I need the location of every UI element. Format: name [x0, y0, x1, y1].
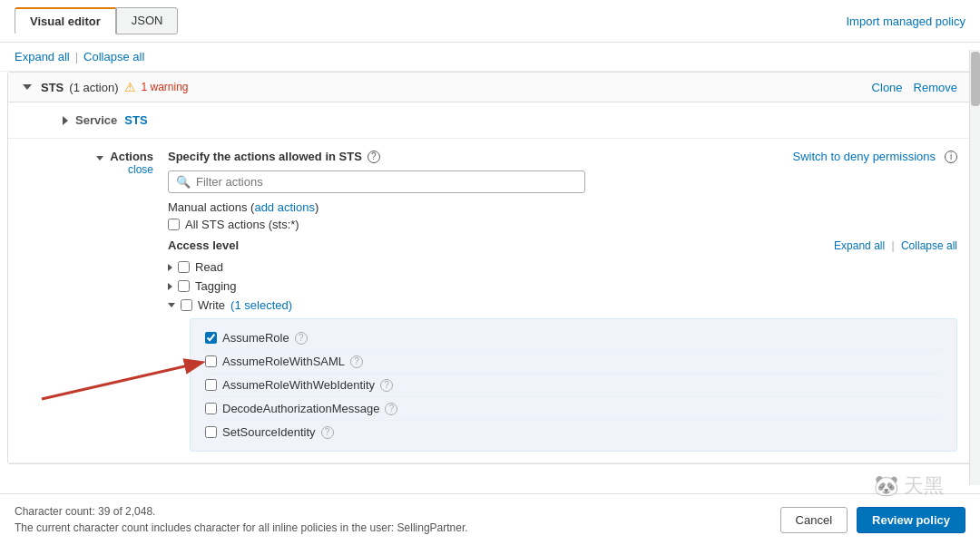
- write-children-container: AssumeRole ? AssumeRoleWithSAML ? Assume…: [190, 318, 957, 452]
- service-label: Service: [75, 113, 117, 127]
- page-wrapper: Visual editor JSON Import managed policy…: [0, 0, 980, 545]
- import-managed-policy-link[interactable]: Import managed policy: [846, 15, 965, 28]
- char-note: The current character count includes cha…: [15, 520, 468, 536]
- list-item: DecodeAuthorizationMessage ?: [205, 397, 942, 421]
- all-sts-label: All STS actions (sts:*): [185, 218, 299, 231]
- footer-text: Character count: 39 of 2,048. The curren…: [15, 503, 468, 536]
- tagging-checkbox[interactable]: [178, 280, 190, 292]
- collapse-all-access-link[interactable]: Collapse all: [901, 239, 957, 252]
- tagging-expand-icon[interactable]: [168, 283, 172, 290]
- warning-badge: 1 warning: [142, 81, 189, 93]
- service-expand-icon[interactable]: [63, 116, 68, 125]
- actions-title: Specify the actions allowed in STS ? Swi…: [168, 150, 957, 163]
- access-level-expand-collapse: Expand all | Collapse all: [834, 239, 957, 252]
- write-checkbox[interactable]: [181, 299, 192, 311]
- assumerolewithsaml-help-icon[interactable]: ?: [350, 355, 363, 368]
- write-label: Write: [198, 298, 225, 312]
- actions-content: Specify the actions allowed in STS ? Swi…: [168, 150, 957, 452]
- tabs: Visual editor JSON: [15, 7, 178, 34]
- assumerolewithwebidentity-label: AssumeRoleWithWebIdentity: [222, 378, 375, 392]
- global-expand-collapse-bar: Expand all | Collapse all: [0, 43, 980, 72]
- statement-header-right: Clone Remove: [872, 81, 957, 94]
- scrollbar[interactable]: [969, 50, 980, 485]
- statement-collapse-icon[interactable]: [23, 84, 32, 90]
- actions-title-text: Specify the actions allowed in STS: [168, 150, 362, 163]
- char-count: Character count: 39 of 2,048.: [15, 503, 468, 520]
- assumerolewithwebidentity-checkbox[interactable]: [205, 379, 217, 391]
- statement-header-left: STS (1 action) ⚠ 1 warning: [23, 80, 189, 94]
- list-item: AssumeRoleWithSAML ?: [205, 350, 942, 374]
- assumerolewithsaml-label: AssumeRoleWithSAML: [222, 355, 345, 368]
- top-bar: Visual editor JSON Import managed policy: [0, 0, 980, 43]
- list-item: AssumeRole ?: [205, 326, 942, 350]
- separator: |: [75, 50, 78, 63]
- actions-close-link[interactable]: close: [128, 163, 153, 176]
- review-policy-button[interactable]: Review policy: [857, 507, 965, 533]
- service-row: Service STS: [8, 102, 972, 139]
- actions-label: Actions: [96, 150, 153, 163]
- all-sts-row: All STS actions (sts:*): [168, 218, 957, 231]
- setsourceidentity-checkbox[interactable]: [205, 426, 217, 438]
- access-item-read: Read: [168, 258, 957, 277]
- scrollbar-thumb[interactable]: [971, 52, 980, 106]
- decodeauthorizationmessage-label: DecodeAuthorizationMessage: [222, 402, 379, 415]
- statement-title: STS: [41, 81, 64, 94]
- expand-all-access-link[interactable]: Expand all: [834, 239, 885, 252]
- decodeauthorizationmessage-help-icon[interactable]: ?: [385, 403, 397, 415]
- footer-bar: Character count: 39 of 2,048. The curren…: [0, 493, 980, 545]
- statement-action-count: (1 action): [69, 81, 118, 94]
- assumerolewithwebidentity-help-icon[interactable]: ?: [380, 379, 393, 392]
- remove-link[interactable]: Remove: [914, 81, 957, 94]
- main-content: STS (1 action) ⚠ 1 warning Clone Remove …: [7, 72, 973, 464]
- switch-to-deny-link[interactable]: Switch to deny permissions: [792, 150, 936, 163]
- setsourceidentity-help-icon[interactable]: ?: [321, 426, 334, 439]
- actions-label-col: Actions close: [63, 150, 153, 176]
- warning-triangle-icon: ⚠: [124, 80, 136, 94]
- access-item-tagging: Tagging: [168, 277, 957, 296]
- setsourceidentity-label: SetSourceIdentity: [222, 425, 316, 439]
- collapse-all-global-link[interactable]: Collapse all: [83, 50, 144, 63]
- filter-actions-input[interactable]: [196, 175, 577, 189]
- assumerole-help-icon[interactable]: ?: [295, 332, 308, 345]
- pipe-separator: |: [891, 239, 894, 252]
- read-checkbox[interactable]: [178, 261, 190, 273]
- all-sts-checkbox[interactable]: [168, 219, 180, 230]
- search-icon: 🔍: [176, 175, 191, 189]
- actions-section: Actions close Specify the actions allowe…: [8, 139, 972, 463]
- assumerole-label: AssumeRole: [222, 331, 289, 345]
- access-level-title: Access level: [168, 238, 239, 252]
- manual-actions-label: Manual actions: [168, 200, 247, 214]
- footer-buttons: Cancel Review policy: [780, 507, 965, 533]
- write-collapse-icon[interactable]: [168, 303, 175, 307]
- assumerolewithsaml-checkbox[interactable]: [205, 355, 217, 367]
- access-level-header: Access level Expand all | Collapse all: [168, 238, 957, 252]
- manual-actions-row: Manual actions (add actions): [168, 200, 957, 214]
- tab-visual-editor[interactable]: Visual editor: [15, 7, 116, 34]
- read-label: Read: [195, 260, 223, 274]
- deny-help-icon[interactable]: i: [945, 151, 957, 163]
- expand-all-global-link[interactable]: Expand all: [15, 50, 70, 63]
- add-actions-link[interactable]: add actions: [254, 200, 315, 214]
- actions-title-help-icon[interactable]: ?: [368, 151, 380, 163]
- decodeauthorizationmessage-checkbox[interactable]: [205, 403, 217, 414]
- filter-box: 🔍: [168, 170, 585, 193]
- list-item: SetSourceIdentity ?: [205, 421, 942, 443]
- cancel-button[interactable]: Cancel: [780, 507, 848, 533]
- actions-collapse-icon[interactable]: [96, 156, 103, 161]
- service-value: STS: [124, 113, 147, 127]
- read-expand-icon[interactable]: [168, 264, 172, 271]
- write-selected-count: (1 selected): [230, 298, 292, 312]
- actions-row: Actions close Specify the actions allowe…: [63, 150, 957, 452]
- assumerole-checkbox[interactable]: [205, 332, 217, 344]
- tab-json[interactable]: JSON: [116, 7, 179, 34]
- list-item: AssumeRoleWithWebIdentity ?: [205, 374, 942, 397]
- access-item-write: Write (1 selected): [168, 296, 957, 315]
- tagging-label: Tagging: [195, 279, 237, 293]
- clone-link[interactable]: Clone: [872, 81, 903, 94]
- statement-header: STS (1 action) ⚠ 1 warning Clone Remove: [8, 73, 972, 102]
